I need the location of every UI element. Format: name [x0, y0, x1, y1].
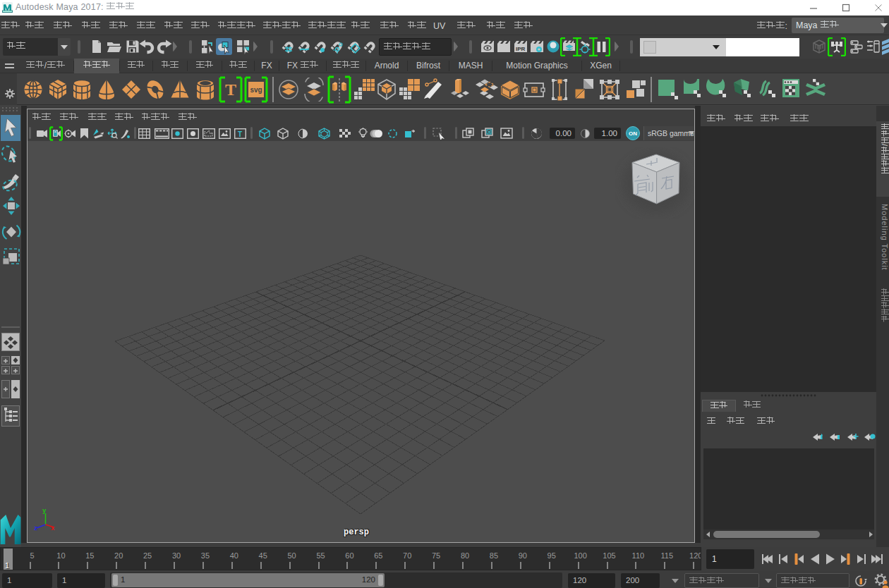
svg-text:y: y: [42, 508, 47, 515]
svg-text:svg: svg: [250, 86, 262, 94]
svg-text:T: T: [238, 130, 242, 138]
svg-text:x: x: [51, 525, 55, 532]
svg-text:z: z: [34, 525, 37, 532]
svg-text:IPR: IPR: [516, 46, 526, 52]
svg-text:T: T: [225, 80, 236, 99]
